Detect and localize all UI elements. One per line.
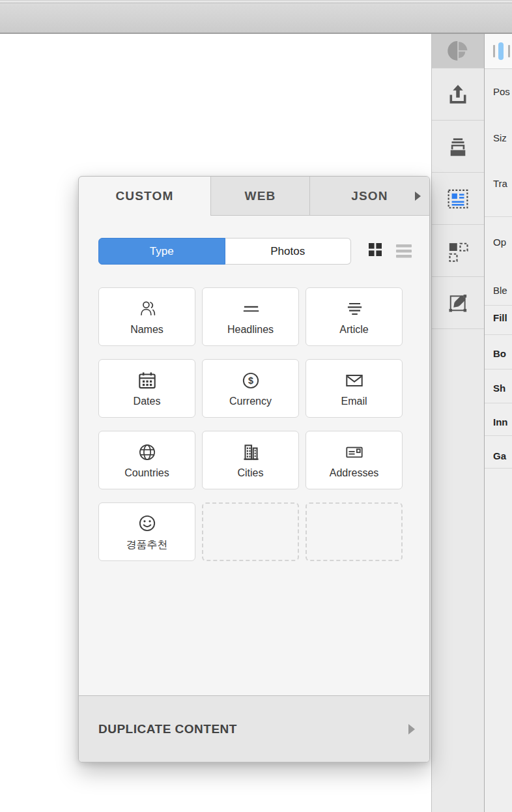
segment-photos[interactable]: Photos bbox=[225, 238, 352, 265]
duplicate-content-label: DUPLICATE CONTENT bbox=[98, 722, 237, 736]
tab-custom[interactable]: CUSTOM bbox=[79, 177, 210, 216]
inspector-label-opacity: Op bbox=[493, 237, 506, 248]
tile-label: Cities bbox=[237, 467, 263, 479]
email-icon bbox=[343, 370, 365, 392]
tile-custom-korean[interactable]: 경품추천 bbox=[98, 502, 195, 561]
inspector-label-fills: Fill bbox=[493, 312, 507, 323]
toolbar-item-duplicate[interactable] bbox=[432, 225, 484, 277]
headlines-icon bbox=[240, 298, 262, 320]
inspector-panel: Pos Siz Tra Op Ble Fill Bo Sh Inn Ga bbox=[485, 34, 512, 812]
data-content-icon bbox=[445, 186, 471, 212]
align-bar-icon bbox=[508, 45, 510, 57]
duplicate-content-row[interactable]: DUPLICATE CONTENT bbox=[79, 695, 429, 762]
inspector-separator bbox=[485, 468, 512, 469]
toolbar-item-craft[interactable] bbox=[432, 34, 484, 68]
tile-countries[interactable]: Countries bbox=[98, 431, 195, 489]
tile-email[interactable]: Email bbox=[306, 359, 403, 418]
toolbar-item-share[interactable] bbox=[432, 68, 484, 121]
craft-toolbar bbox=[431, 34, 485, 812]
cities-icon bbox=[240, 441, 262, 463]
inspector-label-gaussian-blur: Ga bbox=[493, 450, 506, 461]
sync-icon bbox=[446, 134, 470, 159]
type-photos-segmented-control: Type Photos bbox=[98, 238, 351, 265]
tab-web[interactable]: WEB bbox=[210, 177, 309, 216]
popover-tabs: CUSTOM WEB JSON bbox=[79, 177, 429, 216]
addresses-icon bbox=[343, 441, 365, 463]
tile-label: Countries bbox=[124, 467, 169, 479]
inspector-separator bbox=[485, 305, 512, 306]
align-selected-pill-icon bbox=[498, 42, 504, 60]
tile-label: 경품추천 bbox=[126, 538, 168, 552]
craft-data-popover: CUSTOM WEB JSON Type Photos bbox=[78, 176, 430, 762]
inspector-label-inner-shadows: Inn bbox=[493, 416, 508, 428]
list-view-icon[interactable] bbox=[396, 244, 412, 258]
currency-icon: $ bbox=[240, 370, 262, 392]
tile-label: Email bbox=[341, 396, 367, 407]
inspector-label-size: Siz bbox=[493, 132, 507, 143]
inspector-label-position: Pos bbox=[493, 86, 510, 97]
tile-currency[interactable]: $ Currency bbox=[202, 359, 299, 418]
window-titlebar bbox=[0, 0, 512, 34]
dates-icon bbox=[136, 370, 158, 392]
edit-icon bbox=[445, 290, 471, 316]
names-icon bbox=[136, 298, 158, 320]
inspector-separator bbox=[485, 369, 512, 370]
tile-headlines[interactable]: Headlines bbox=[202, 287, 299, 346]
tile-names[interactable]: Names bbox=[98, 287, 195, 346]
tile-label: Addresses bbox=[330, 467, 379, 479]
tile-label: Currency bbox=[229, 396, 272, 407]
share-icon bbox=[446, 82, 470, 107]
toolbar-item-sync[interactable] bbox=[432, 121, 484, 173]
tile-dates[interactable]: Dates bbox=[98, 359, 195, 418]
data-type-grid: Names Headlines Article bbox=[98, 287, 403, 561]
toolbar-item-edit[interactable] bbox=[432, 277, 484, 329]
tab-json-label: JSON bbox=[351, 189, 388, 203]
inspector-separator bbox=[485, 403, 512, 403]
inspector-label-transform: Tra bbox=[493, 178, 507, 189]
titlebar-top-strip bbox=[0, 1, 512, 3]
segment-type[interactable]: Type bbox=[98, 238, 225, 265]
tab-custom-label: CUSTOM bbox=[115, 189, 173, 203]
chevron-right-icon bbox=[415, 192, 421, 201]
smiley-icon bbox=[136, 512, 158, 534]
grid-view-icon[interactable] bbox=[369, 243, 382, 256]
tile-cities[interactable]: Cities bbox=[202, 431, 299, 489]
tile-label: Names bbox=[130, 324, 164, 336]
inspector-separator bbox=[485, 216, 512, 217]
chevron-right-icon bbox=[408, 724, 415, 734]
alignment-toolbar[interactable] bbox=[485, 34, 512, 69]
tile-addresses[interactable]: Addresses bbox=[306, 431, 403, 489]
empty-tile-slot bbox=[306, 502, 403, 561]
tab-json[interactable]: JSON bbox=[309, 177, 429, 216]
article-icon bbox=[343, 298, 365, 320]
align-bar-icon bbox=[493, 45, 495, 57]
inspector-separator bbox=[485, 435, 512, 436]
inspector-separator bbox=[485, 334, 512, 335]
tile-article[interactable]: Article bbox=[306, 287, 403, 346]
inspector-label-borders: Bo bbox=[493, 348, 506, 359]
dollar-glyph: $ bbox=[248, 375, 253, 386]
tile-label: Article bbox=[339, 324, 368, 336]
tile-label: Dates bbox=[134, 396, 161, 407]
empty-tile-slot bbox=[202, 502, 299, 561]
craft-logo-icon bbox=[445, 38, 471, 64]
inspector-label-blending: Ble bbox=[493, 285, 507, 296]
tile-label: Headlines bbox=[227, 324, 274, 336]
toolbar-item-data-content[interactable] bbox=[432, 173, 484, 225]
duplicate-icon bbox=[445, 238, 471, 264]
inspector-label-shadows: Sh bbox=[493, 383, 505, 394]
countries-icon bbox=[136, 441, 158, 463]
tab-web-label: WEB bbox=[245, 189, 276, 203]
